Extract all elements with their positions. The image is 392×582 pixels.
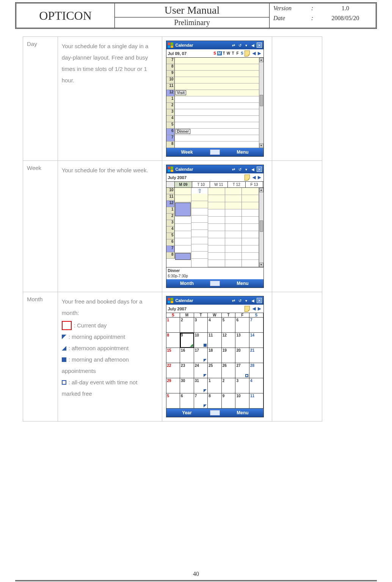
month-cell[interactable]: 28 (249, 363, 263, 378)
weekday-s2[interactable]: S (240, 51, 245, 55)
month-cell[interactable]: 29 (166, 378, 180, 393)
close-icon[interactable]: ✕ (257, 42, 262, 48)
month-cell[interactable]: 19 (222, 348, 236, 363)
softkey-left[interactable]: Week (166, 149, 208, 155)
month-cell[interactable]: 9 (222, 393, 236, 409)
month-cell[interactable]: 26 (222, 363, 236, 378)
appointment-dinner[interactable]: Dinner (176, 129, 191, 134)
next-arrow-icon[interactable]: ▶ (257, 51, 262, 56)
week-col-mon[interactable]: M 09 (175, 182, 193, 187)
speaker-icon[interactable]: ◀ (250, 298, 256, 303)
month-cell[interactable]: 6 (180, 393, 194, 409)
week-col-thu[interactable]: T 12 (228, 182, 246, 187)
speaker-icon[interactable]: ◀ (250, 167, 256, 172)
close-icon[interactable]: ✕ (257, 167, 262, 172)
week-appointment-block-2[interactable] (175, 253, 191, 260)
month-cell[interactable]: 16 (180, 348, 194, 363)
month-cell[interactable]: 11 (208, 333, 222, 348)
month-cell[interactable]: 6 (235, 318, 249, 333)
scroll-up-icon[interactable]: ▴ (259, 58, 263, 62)
weekday-m-selected[interactable]: M (217, 51, 222, 55)
weekday-t2[interactable]: T (231, 51, 235, 55)
softkey-right[interactable]: Menu (222, 281, 263, 286)
weekday-s[interactable]: S (213, 51, 217, 55)
month-date[interactable]: July 2007 (168, 307, 245, 311)
next-arrow-icon[interactable]: ▶ (257, 306, 262, 311)
month-cell[interactable]: 1 (166, 318, 180, 333)
softkey-left[interactable]: Month (166, 281, 208, 286)
prev-arrow-icon[interactable]: ◀ (251, 175, 257, 180)
month-cell[interactable]: 30 (180, 378, 194, 393)
month-cell[interactable]: 10 (194, 333, 208, 348)
month-cell[interactable]: 11 (249, 393, 263, 409)
antenna-icon[interactable]: ▾ (244, 42, 249, 48)
month-cell[interactable]: 9 (180, 333, 194, 348)
weekday-f[interactable]: F (235, 51, 240, 55)
month-cell[interactable]: 15 (166, 348, 180, 363)
month-cell[interactable]: 3 (235, 378, 249, 393)
slots-column[interactable]: Visit Dinner (175, 58, 259, 148)
month-cell[interactable]: 5 (166, 393, 180, 409)
sync-icon[interactable]: ↺ (237, 298, 243, 303)
month-cell[interactable]: 12 (222, 333, 236, 348)
speaker-icon[interactable]: ◀ (250, 42, 256, 48)
week-col-tue[interactable]: T 10 (192, 182, 210, 187)
month-cell[interactable]: 2 (180, 318, 194, 333)
weekday-t[interactable]: T (222, 51, 226, 55)
scroll-up-icon[interactable]: ▴ (259, 188, 263, 192)
week-col-wed[interactable]: W 11 (210, 182, 228, 187)
week-appointment-block[interactable] (175, 203, 191, 216)
scroll-down-icon[interactable]: ▾ (259, 263, 263, 267)
month-cell[interactable]: 1 (208, 378, 222, 393)
month-cell[interactable]: 4 (249, 378, 263, 393)
sync-icon[interactable]: ↺ (237, 42, 243, 48)
month-cell[interactable]: 4 (208, 318, 222, 333)
month-cell[interactable]: 5 (222, 318, 236, 333)
month-cell[interactable]: 21 (249, 348, 263, 363)
month-cell[interactable]: 7 (249, 318, 263, 333)
month-cell[interactable]: 14 (249, 333, 263, 348)
signal-icon[interactable]: ⇄ (231, 167, 236, 172)
month-cell[interactable]: 25 (208, 363, 222, 378)
prev-arrow-icon[interactable]: ◀ (251, 306, 257, 311)
note-icon[interactable] (245, 306, 250, 312)
next-arrow-icon[interactable]: ▶ (257, 175, 262, 180)
week-col-data-fri[interactable] (242, 188, 259, 267)
scroll-thumb[interactable] (260, 220, 263, 232)
month-cell[interactable]: 3 (194, 318, 208, 333)
week-col-data-thu[interactable] (225, 188, 242, 267)
softkey-left[interactable]: Year (166, 410, 208, 415)
antenna-icon[interactable]: ▾ (244, 167, 249, 172)
month-cell[interactable]: 24 (194, 363, 208, 378)
month-cell[interactable]: 23 (180, 363, 194, 378)
prev-arrow-icon[interactable]: ◀ (251, 51, 257, 56)
windows-flag-icon[interactable] (168, 167, 173, 172)
scroll-down-icon[interactable]: ▾ (259, 143, 263, 148)
month-cell[interactable]: 18 (208, 348, 222, 363)
month-cell[interactable]: 27 (235, 363, 249, 378)
month-cell[interactable]: 8 (208, 393, 222, 409)
sync-icon[interactable]: ↺ (237, 167, 243, 172)
month-cell[interactable]: 10 (235, 393, 249, 409)
antenna-icon[interactable]: ▾ (244, 298, 249, 303)
signal-icon[interactable]: ⇄ (231, 42, 236, 48)
note-icon[interactable] (245, 50, 250, 57)
signal-icon[interactable]: ⇄ (231, 298, 236, 303)
month-cell[interactable]: 13 (235, 333, 249, 348)
day-date[interactable]: Jul 09, 07 (168, 51, 213, 56)
week-date[interactable]: July 2007 (168, 175, 245, 180)
scroll-thumb[interactable] (260, 95, 263, 106)
month-cell[interactable]: 31 (194, 378, 208, 393)
close-icon[interactable]: ✕ (257, 298, 262, 303)
month-cell[interactable]: 20 (235, 348, 249, 363)
week-strip[interactable]: S M T W T F S (213, 51, 245, 55)
month-grid[interactable]: 1234567891011121314151617181920212223242… (166, 318, 263, 409)
week-col-data-tue[interactable]: ⇧ (191, 188, 208, 267)
scrollbar[interactable]: ▴ ▾ (259, 188, 263, 267)
windows-flag-icon[interactable] (168, 42, 173, 48)
month-cell[interactable]: 22 (166, 363, 180, 378)
note-icon[interactable] (245, 175, 250, 181)
week-col-fri[interactable]: F 13 (246, 182, 263, 187)
month-cell[interactable]: 7 (194, 393, 208, 409)
scrollbar[interactable]: ▴ ▾ (259, 58, 263, 148)
